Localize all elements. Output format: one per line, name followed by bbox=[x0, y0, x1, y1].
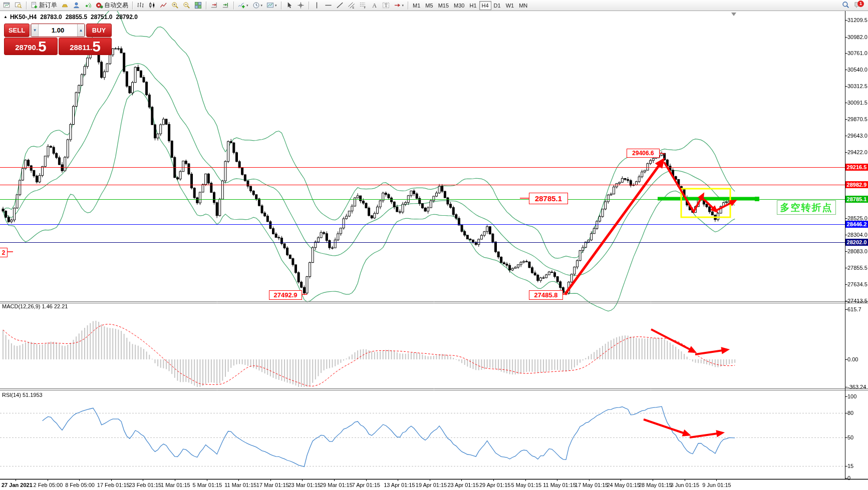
price-annotation-label[interactable]: 27485.8 bbox=[529, 290, 563, 300]
sell-price: 28790. bbox=[15, 41, 38, 54]
templates-dropdown-icon[interactable]: ▾ bbox=[275, 4, 277, 8]
rsi-axis-tick: 50 bbox=[847, 434, 853, 440]
turning-point-annotation[interactable]: 多空转折点 bbox=[777, 200, 836, 215]
time-axis-label: 5 May 01:15 bbox=[511, 482, 542, 488]
crosshair-tool-button[interactable] bbox=[295, 0, 307, 11]
tile-windows-icon bbox=[194, 2, 202, 9]
rsi-axis-tick: 80 bbox=[847, 410, 853, 416]
time-axis-label: 28 May 01:15 bbox=[639, 482, 672, 488]
toolbar-separator bbox=[408, 2, 408, 10]
time-axis-label: 29 Apr 01:15 bbox=[479, 482, 510, 488]
price-axis-tick: 27634.5 bbox=[847, 281, 867, 287]
templates-icon bbox=[266, 2, 274, 9]
ohlc-high: 28855.5 bbox=[66, 14, 87, 21]
profiles-button[interactable] bbox=[13, 0, 24, 11]
time-axis-label: 23 Apr 01:15 bbox=[447, 482, 478, 488]
timeframe-d1[interactable]: D1 bbox=[491, 1, 503, 10]
timeframe-m1[interactable]: M1 bbox=[410, 1, 423, 10]
chart-shift-button[interactable] bbox=[220, 0, 231, 11]
price-level-badge[interactable]: 28982.9 bbox=[845, 181, 868, 188]
rsi-axis-tick: 15 bbox=[847, 463, 853, 469]
templates-button[interactable]: ▾ bbox=[264, 0, 279, 11]
periods-dropdown-icon[interactable]: ▾ bbox=[261, 4, 263, 8]
search-button[interactable] bbox=[842, 1, 851, 10]
timeframe-w1[interactable]: W1 bbox=[503, 1, 517, 10]
volume-input[interactable] bbox=[39, 24, 77, 37]
mql5-community-button[interactable] bbox=[71, 0, 82, 11]
candlestick-mode-button[interactable] bbox=[146, 0, 158, 11]
price-axis-tick: 28304.0 bbox=[847, 232, 867, 238]
alerts-button[interactable] bbox=[82, 0, 94, 11]
price-axis-tick: 30761.0 bbox=[847, 50, 867, 56]
zoom-in-button[interactable] bbox=[169, 0, 181, 11]
new-order-button[interactable]: 新订单 bbox=[29, 0, 59, 11]
sell-button[interactable]: SELL bbox=[4, 24, 30, 37]
toolbar-separator bbox=[281, 2, 281, 10]
text-tool-button[interactable]: A bbox=[369, 0, 380, 11]
horizontal-line-tool-button[interactable] bbox=[323, 0, 334, 11]
bar-chart-mode-button[interactable] bbox=[135, 0, 146, 11]
volume-down-button[interactable]: ▼ bbox=[31, 24, 39, 37]
rsi-axis-tick: 0 bbox=[847, 475, 850, 481]
mt4-window: 新订单自动交易▾▾▾EFAT▾M1M5M15M30H1H4D1W1MN1 ▲HK… bbox=[0, 0, 868, 490]
price-annotation-label[interactable]: 28785.1 bbox=[529, 193, 568, 204]
timeframe-m15[interactable]: M15 bbox=[436, 1, 451, 10]
timeframe-mn[interactable]: MN bbox=[516, 1, 530, 10]
equidistant-channel-tool-button[interactable]: E bbox=[346, 0, 357, 11]
auto-scroll-icon bbox=[210, 2, 218, 9]
arrow-objects-icon bbox=[394, 2, 401, 9]
timeframe-h1[interactable]: H1 bbox=[467, 1, 479, 10]
svg-text:A: A bbox=[372, 2, 377, 9]
collapse-panel-icon[interactable]: ▲ bbox=[4, 15, 8, 19]
history-center-icon bbox=[61, 2, 69, 9]
crosshair-tool-icon bbox=[297, 2, 305, 9]
indicators-list-button[interactable]: ▾ bbox=[236, 0, 250, 11]
price-level-badge[interactable]: 28202.0 bbox=[845, 239, 868, 246]
toolbar-separator bbox=[309, 2, 309, 10]
price-annotation-label[interactable]: 27492.9 bbox=[269, 290, 302, 300]
notifications-button[interactable]: 1 bbox=[854, 1, 863, 10]
periods-button[interactable]: ▾ bbox=[250, 0, 265, 11]
one-click-trading-panel: SELL ▼ ▲ BUY 28790.5 28811.5 bbox=[4, 24, 112, 55]
sell-price-block[interactable]: 28790.5 bbox=[4, 38, 58, 55]
price-annotation-label[interactable]: 29406.6 bbox=[627, 149, 660, 158]
buy-button[interactable]: BUY bbox=[86, 24, 112, 37]
buy-price-block[interactable]: 28811.5 bbox=[59, 38, 112, 55]
tile-windows-button[interactable] bbox=[192, 0, 204, 11]
search-icon bbox=[842, 1, 849, 9]
zoom-out-button[interactable] bbox=[181, 0, 192, 11]
chart-shift-marker[interactable] bbox=[731, 13, 736, 16]
text-label-tool-icon: T bbox=[382, 2, 390, 9]
macd-indicator-label: MACD(12,26,9) 1.46 22.21 bbox=[2, 303, 68, 309]
price-level-badge[interactable]: 28785.1 bbox=[845, 196, 868, 203]
arrow-objects-dropdown-icon[interactable]: ▾ bbox=[402, 4, 404, 8]
trendline-tool-button[interactable] bbox=[334, 0, 346, 11]
price-annotation-label[interactable]: 2 bbox=[0, 248, 8, 257]
price-level-badge[interactable]: 28446.2 bbox=[845, 221, 868, 228]
toolbar-separator bbox=[206, 2, 206, 10]
price-axis-tick: 27855.5 bbox=[847, 265, 867, 271]
auto-trading-button[interactable]: 自动交易 bbox=[94, 0, 130, 11]
new-chart-button[interactable] bbox=[1, 0, 13, 11]
timeframe-m30[interactable]: M30 bbox=[451, 1, 467, 10]
auto-scroll-button[interactable] bbox=[208, 0, 220, 11]
line-chart-mode-button[interactable] bbox=[158, 0, 169, 11]
fibonacci-tool-button[interactable]: F bbox=[357, 0, 369, 11]
arrow-objects-button[interactable]: ▾ bbox=[392, 0, 406, 11]
toolbar-separator bbox=[26, 2, 27, 10]
text-label-tool-button[interactable]: T bbox=[380, 0, 392, 11]
new-chart-icon bbox=[3, 2, 11, 9]
vertical-line-tool-button[interactable] bbox=[311, 0, 323, 11]
macd-axis-tick: -363.24 bbox=[847, 384, 866, 390]
timeframe-h4[interactable]: H4 bbox=[479, 1, 491, 10]
volume-up-button[interactable]: ▲ bbox=[77, 24, 85, 37]
zoom-in-icon bbox=[171, 2, 179, 9]
indicators-list-dropdown-icon[interactable]: ▾ bbox=[246, 4, 248, 8]
timeframe-m5[interactable]: M5 bbox=[423, 1, 435, 10]
history-center-button[interactable] bbox=[59, 0, 71, 11]
price-axis-tick: 30312.5 bbox=[847, 83, 867, 89]
time-axis-label: 17 Mar 01:15 bbox=[256, 482, 289, 488]
price-level-badge[interactable]: 29216.5 bbox=[845, 164, 868, 171]
cursor-tool-button[interactable] bbox=[283, 0, 295, 11]
time-axis-label: 17 May 01:15 bbox=[575, 482, 609, 488]
